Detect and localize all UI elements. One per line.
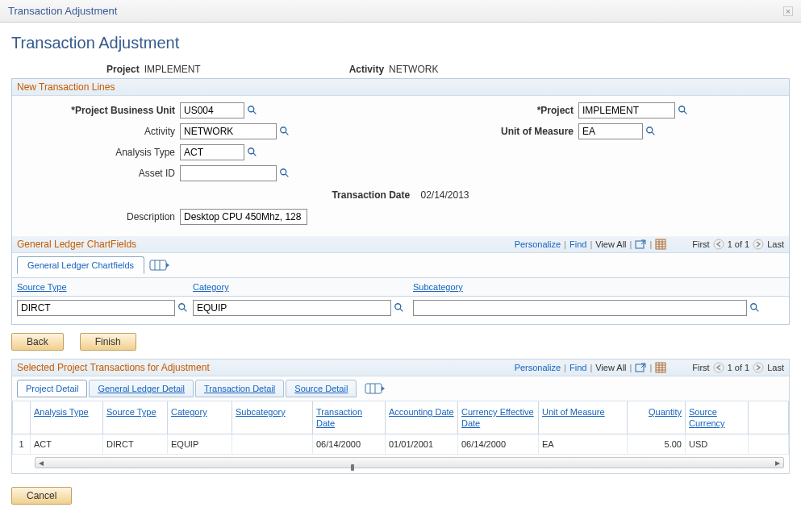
svg-point-6	[281, 169, 286, 175]
next-arrow-icon[interactable]	[753, 239, 764, 250]
col-subcategory[interactable]: Subcategory	[236, 407, 286, 417]
col-category[interactable]: Category	[193, 282, 229, 292]
cancel-button[interactable]: Cancel	[11, 487, 72, 505]
personalize-link[interactable]: Personalize	[515, 363, 561, 372]
transactions-table: Analysis Type Source Type Category Subca…	[12, 401, 789, 455]
transaction-date-label: Transaction Date	[332, 189, 410, 201]
description-input[interactable]	[180, 209, 307, 225]
svg-point-2	[281, 127, 286, 133]
back-button[interactable]: Back	[11, 333, 64, 351]
col-source-type[interactable]: Source Type	[17, 282, 67, 292]
svg-point-25	[179, 304, 185, 310]
svg-rect-22	[150, 260, 166, 270]
tab-source-detail[interactable]: Source Detail	[286, 380, 357, 397]
lookup-icon[interactable]	[246, 146, 259, 159]
scroll-right-arrow-icon[interactable]: ▸	[774, 460, 782, 465]
cell-subcategory	[232, 434, 313, 455]
pbu-label: *Project Business Unit	[19, 105, 180, 116]
zoom-icon[interactable]	[635, 362, 646, 373]
grid-toolbar: Personalize | Find | View All | | First …	[515, 362, 784, 373]
lookup-icon[interactable]	[393, 301, 406, 314]
col-subcategory[interactable]: Subcategory	[413, 282, 463, 292]
new-transaction-lines-group: New Transaction Lines *Project Business …	[11, 78, 790, 325]
prev-arrow-icon[interactable]	[713, 239, 724, 250]
pbu-input[interactable]	[180, 102, 244, 118]
new-transaction-lines-title: New Transaction Lines	[12, 79, 789, 96]
finish-button[interactable]: Finish	[80, 333, 136, 351]
tab-project-detail[interactable]: Project Detail	[17, 380, 87, 397]
svg-point-21	[753, 239, 763, 249]
show-all-columns-icon[interactable]	[365, 382, 386, 395]
find-link[interactable]: Find	[569, 239, 586, 249]
prev-arrow-icon[interactable]	[713, 362, 724, 373]
show-all-columns-icon[interactable]	[149, 259, 170, 272]
row-index: 1	[13, 434, 31, 455]
tab-gl-detail[interactable]: General Ledger Detail	[89, 380, 194, 397]
svg-point-0	[248, 106, 254, 112]
col-accounting-date[interactable]: Accounting Date	[389, 407, 454, 417]
lookup-icon[interactable]	[278, 167, 291, 180]
svg-rect-41	[365, 384, 382, 393]
col-source-type[interactable]: Source Type	[106, 407, 156, 417]
svg-rect-31	[636, 364, 644, 372]
uom-input[interactable]	[578, 123, 643, 139]
next-arrow-icon[interactable]	[753, 362, 764, 373]
download-icon[interactable]	[655, 362, 666, 373]
view-all-text: View All	[595, 239, 626, 249]
personalize-link[interactable]: Personalize	[515, 239, 561, 249]
col-category[interactable]: Category	[171, 407, 207, 417]
svg-point-4	[248, 148, 254, 154]
col-source-currency[interactable]: Source Currency	[689, 407, 725, 428]
col-analysis-type[interactable]: Analysis Type	[34, 407, 89, 417]
activity-input[interactable]	[180, 123, 277, 139]
col-transaction-date[interactable]: Transaction Date	[316, 407, 362, 428]
svg-point-29	[751, 304, 757, 310]
asset-id-input[interactable]	[180, 165, 277, 181]
col-unit-of-measure[interactable]: Unit of Measure	[542, 407, 605, 417]
col-currency-effective-date[interactable]: Currency Effective Date	[461, 407, 534, 428]
header-activity-value: NETWORK	[389, 64, 438, 75]
scroll-left-arrow-icon[interactable]: ◂	[37, 460, 45, 465]
lookup-icon[interactable]	[246, 104, 259, 117]
close-icon[interactable]: ×	[783, 6, 793, 16]
lookup-icon[interactable]	[645, 125, 657, 138]
grid-toolbar: Personalize | Find | View All | | First …	[515, 239, 784, 250]
cell-uom: EA	[539, 434, 628, 455]
col-quantity[interactable]: Quantity	[649, 407, 682, 417]
cell-currency-effective-date: 06/14/2000	[458, 434, 539, 455]
transaction-date-row: Transaction Date 02/14/2013	[19, 189, 782, 201]
cell-analysis-type: ACT	[31, 434, 103, 455]
lookup-icon[interactable]	[278, 125, 291, 138]
page-info: 1 of 1	[728, 239, 750, 249]
analysis-type-input[interactable]	[180, 144, 244, 160]
cell-category: EQUIP	[168, 434, 232, 455]
horizontal-scrollbar[interactable]: ◂ ▸	[35, 457, 784, 468]
header-activity-label: Activity	[349, 64, 384, 75]
svg-rect-12	[636, 241, 644, 248]
svg-line-1	[253, 111, 257, 114]
category-input[interactable]	[193, 300, 391, 316]
tab-transaction-detail[interactable]: Transaction Detail	[195, 380, 284, 397]
svg-point-27	[394, 304, 400, 310]
download-icon[interactable]	[655, 239, 666, 250]
lookup-icon[interactable]	[749, 301, 761, 314]
lookup-icon[interactable]	[677, 104, 690, 117]
cell-source-currency: USD	[686, 434, 749, 455]
lookup-icon[interactable]	[177, 301, 190, 314]
svg-line-26	[184, 309, 187, 312]
svg-line-5	[253, 153, 257, 156]
source-type-input[interactable]	[17, 300, 175, 316]
find-link[interactable]: Find	[569, 363, 586, 372]
svg-point-40	[753, 363, 763, 372]
cell-accounting-date: 01/01/2001	[386, 434, 458, 455]
subcategory-input[interactable]	[413, 300, 747, 316]
tab-gl-chartfields[interactable]: General Ledger Chartfields	[17, 256, 144, 274]
svg-line-9	[684, 111, 687, 114]
svg-line-3	[286, 132, 289, 135]
description-label: Description	[19, 211, 180, 222]
first-text: First	[692, 363, 709, 372]
table-row: 1 ACT DIRCT EQUIP 06/14/2000 01/01/2001 …	[13, 434, 789, 455]
project-input[interactable]	[578, 102, 675, 118]
zoom-icon[interactable]	[635, 239, 646, 250]
analysis-type-label: Analysis Type	[19, 147, 180, 158]
